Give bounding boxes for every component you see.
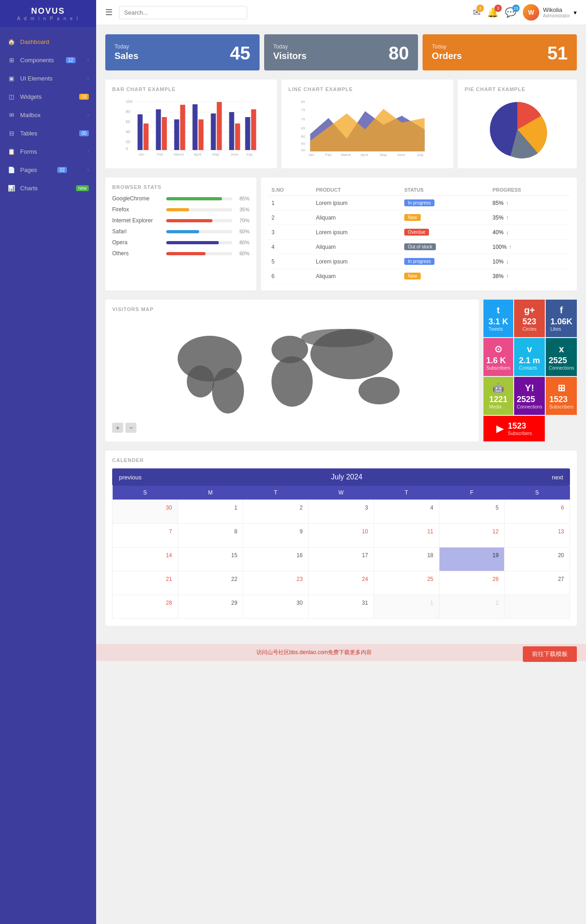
sidebar-item-ui-elements[interactable]: ▣ UI Elements › [0, 69, 96, 87]
chevron-right-icon: › [87, 58, 89, 63]
browser-pct: 70% [236, 218, 250, 223]
cal-day-header: M [178, 486, 243, 500]
calendar-day-cell[interactable]: 29 [178, 595, 243, 619]
form-icon: 📋 [7, 147, 16, 156]
social-tile-youtube[interactable]: ▶ 1523 Subscribers [483, 416, 545, 441]
download-template-button[interactable]: 前往下载模板 [523, 646, 577, 662]
hamburger-icon[interactable]: ☰ [105, 7, 113, 17]
social-label: Subscribers [549, 404, 574, 409]
progress-wrap: 85%↑ [493, 200, 566, 206]
calendar-day-cell[interactable] [505, 595, 570, 619]
svg-point-53 [212, 368, 244, 414]
calendar-day-cell[interactable]: 12 [439, 524, 505, 548]
zoom-out-button[interactable]: − [125, 423, 136, 433]
zoom-in-button[interactable]: + [112, 423, 123, 433]
calendar-day-cell[interactable]: 22 [178, 571, 243, 595]
line-chart: 80 75 70 65 60 55 50 Jan Feb [288, 97, 446, 157]
social-tile-twitter[interactable]: t 3.1 K Tweets [483, 300, 513, 337]
calendar-day-cell[interactable]: 2 [243, 500, 309, 524]
social-tile-yahoo[interactable]: Y! 2525 Connections [514, 377, 545, 415]
social-tile-vimeo[interactable]: v 2.1 m Contacts [514, 338, 545, 376]
chevron-right-icon: › [87, 167, 89, 172]
svg-text:Feb: Feb [326, 153, 332, 157]
calendar-day-cell[interactable]: 7 [113, 524, 178, 548]
browser-pct: 85% [236, 196, 250, 201]
svg-rect-16 [174, 119, 179, 150]
pie-chart-card: PIE CHART EXAMPLE [458, 80, 577, 168]
user-profile[interactable]: W Wikolia Administrator ▾ [523, 4, 577, 21]
calendar-day-cell[interactable]: 1 [178, 500, 243, 524]
table-body: 1 Lorem ipsum In progress 85%↑ 2 Aliquam… [268, 196, 570, 284]
cal-day-header: S [505, 486, 570, 500]
calendar-day-cell[interactable]: 11 [374, 524, 439, 548]
table-header: S.NO PRODUCT STATUS PROGRESS [268, 184, 570, 196]
sidebar-item-dashboard[interactable]: 🏠 Dashboard [0, 32, 96, 51]
calendar-day-cell[interactable]: 21 [113, 571, 178, 595]
calendar-day-cell[interactable]: 3 [309, 500, 374, 524]
world-map [112, 317, 472, 418]
chevron-right-icon: › [87, 76, 89, 81]
calendar-day-cell[interactable]: 10 [309, 524, 374, 548]
calendar-day-cell[interactable]: 5 [439, 500, 505, 524]
calendar-day-cell[interactable]: 25 [374, 571, 439, 595]
sidebar-item-mailbox[interactable]: ✉ Mailbox › [0, 106, 96, 124]
sidebar-item-tables[interactable]: ⊟ Tables 05 [0, 124, 96, 142]
calendar-day-cell[interactable]: 24 [309, 571, 374, 595]
social-label: Connections [517, 404, 543, 409]
calendar-day-cell[interactable]: 30 [113, 500, 178, 524]
social-tile-android[interactable]: 🤖 1221 Media [483, 377, 513, 415]
cell-product: Aliquam [312, 269, 401, 284]
calendar-day-cell[interactable]: 2 [439, 595, 505, 619]
progress-wrap: 10%↓ [493, 258, 566, 265]
social-tile-rss[interactable]: ⊞ 1523 Subscribers [546, 377, 577, 415]
calendar-week-row: 30123456 [113, 500, 570, 524]
browser-bar-fill [166, 197, 222, 200]
calendar-day-cell[interactable]: 8 [178, 524, 243, 548]
calendar-day-cell[interactable]: 4 [374, 500, 439, 524]
prev-month-button[interactable]: previous [119, 474, 141, 481]
cell-status: Out of stock [401, 240, 489, 254]
calendar-day-cell[interactable]: 6 [505, 500, 570, 524]
sidebar-item-components[interactable]: ⊞ Components 12 › [0, 51, 96, 69]
calendar-day-cell[interactable]: 16 [243, 548, 309, 571]
social-tile-gplus[interactable]: g+ 523 Circles [514, 300, 545, 337]
sidebar-item-pages[interactable]: 📄 Pages 02 › [0, 161, 96, 179]
calendar-day-cell[interactable]: 19 [439, 548, 505, 571]
social-tile-dribbble[interactable]: ⊙ 1.6 K Subscribers [483, 338, 513, 376]
mail-notification-icon[interactable]: ✉ 3 [473, 7, 481, 18]
svg-text:80: 80 [301, 100, 305, 104]
calendar-day-cell[interactable]: 28 [113, 595, 178, 619]
table-row: 6 Aliquam New 38%↑ [268, 269, 570, 284]
sidebar-item-charts[interactable]: 📊 Charts new [0, 179, 96, 197]
sidebar-item-forms[interactable]: 📋 Forms › [0, 142, 96, 161]
browser-bar-bg [166, 197, 232, 200]
progress-value: 85% [493, 200, 504, 206]
tables-badge: 05 [79, 130, 89, 136]
sidebar-item-widgets[interactable]: ◫ Widgets 08 [0, 87, 96, 106]
calendar-day-cell[interactable]: 17 [309, 548, 374, 571]
calendar-day-cell[interactable]: 13 [505, 524, 570, 548]
visitors-card: Today Visitors 80 [264, 34, 418, 70]
home-icon: 🏠 [7, 38, 16, 46]
calendar-day-cell[interactable]: 15 [178, 548, 243, 571]
calendar-day-cell[interactable]: 26 [439, 571, 505, 595]
social-tile-facebook[interactable]: f 1.06K Likes [546, 300, 577, 337]
message-notification-icon[interactable]: 💬 15 [505, 7, 516, 18]
cell-progress: 85%↑ [489, 196, 570, 210]
social-tile-xing[interactable]: x 2525 Connections [546, 338, 577, 376]
calendar-day-cell[interactable]: 1 [374, 595, 439, 619]
calendar-day-cell[interactable]: 9 [243, 524, 309, 548]
visitors-map-card: VISITORS MAP [105, 300, 479, 441]
calendar-day-cell[interactable]: 20 [505, 548, 570, 571]
calendar-day-cell[interactable]: 23 [243, 571, 309, 595]
calendar-day-cell[interactable]: 27 [505, 571, 570, 595]
search-input[interactable] [119, 6, 247, 19]
calendar-day-cell[interactable]: 18 [374, 548, 439, 571]
calendar-day-cell[interactable]: 31 [309, 595, 374, 619]
calendar-day-cell[interactable]: 30 [243, 595, 309, 619]
bell-notification-icon[interactable]: 🔔 3 [487, 7, 499, 18]
sidebar-item-label: Dashboard [20, 38, 49, 45]
calendar-day-cell[interactable]: 14 [113, 548, 178, 571]
next-month-button[interactable]: next [552, 474, 563, 481]
bar-chart-svg: 100 80 60 40 20 0 [112, 97, 270, 157]
